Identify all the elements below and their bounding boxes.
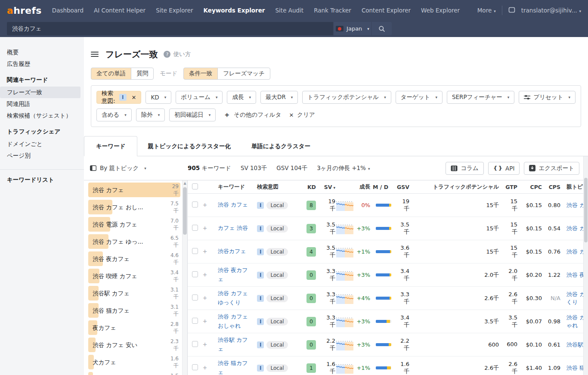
add-keyword-button[interactable]: ＋ bbox=[200, 317, 208, 325]
api-button[interactable]: { } API bbox=[488, 162, 520, 175]
topnav-item[interactable]: Web Explorer bbox=[421, 7, 460, 14]
topic-list-item[interactable]: 渋谷 喫煙 カフェ 3.4千 bbox=[88, 267, 180, 285]
more-filters-button[interactable]: ＋ その他のフィルタ bbox=[223, 111, 281, 120]
col-sv[interactable]: SV▾ bbox=[316, 184, 335, 190]
col-tp[interactable]: トラフィックポテンシャル bbox=[409, 183, 499, 191]
group-by-selector[interactable]: By 親トピック ▾ bbox=[90, 164, 188, 172]
tab[interactable]: 単語によるクラスター bbox=[241, 137, 321, 156]
filter-dropdown[interactable]: 除外▾ bbox=[136, 108, 165, 121]
help-icon[interactable]: ? bbox=[164, 51, 170, 58]
add-keyword-button[interactable]: ＋ bbox=[200, 270, 208, 279]
sidebar-item[interactable]: ドメインごと bbox=[0, 138, 80, 150]
export-button[interactable]: エクスポート bbox=[524, 162, 579, 175]
sidebar-item[interactable]: 検索候補（サジェスト） bbox=[0, 110, 80, 121]
col-gtp[interactable]: GTP bbox=[499, 184, 517, 190]
sidebar-item[interactable]: ページ別 bbox=[0, 150, 80, 161]
filter-dropdown[interactable]: 含める▾ bbox=[96, 108, 132, 121]
row-checkbox[interactable] bbox=[192, 294, 198, 301]
col-growth[interactable]: 成長 bbox=[354, 183, 370, 191]
topic-list-item[interactable]: 渋谷 カフェ おし... 7.5千 bbox=[88, 198, 180, 216]
match-mode-button[interactable]: 条件一致 bbox=[183, 68, 218, 80]
topnav-item[interactable]: Keywords Explorer bbox=[204, 7, 265, 14]
row-checkbox[interactable] bbox=[192, 318, 198, 324]
add-keyword-button[interactable]: ＋ bbox=[200, 363, 208, 372]
growth-period-selector[interactable]: 3ヶ月の伸長 +1%▾ bbox=[317, 164, 370, 172]
columns-button[interactable]: コラム bbox=[446, 162, 483, 175]
col-cps[interactable]: CPS bbox=[542, 184, 560, 190]
sidebar-item[interactable]: 広告履歴 bbox=[0, 58, 80, 70]
select-all-checkbox[interactable] bbox=[192, 183, 198, 189]
close-icon[interactable]: ✕ bbox=[132, 94, 136, 101]
vertical-scrollbar[interactable] bbox=[583, 156, 588, 375]
scrollbar-thumb[interactable] bbox=[584, 178, 588, 242]
add-keyword-button[interactable]: ＋ bbox=[200, 247, 208, 255]
help-link[interactable]: 使い方 bbox=[173, 50, 191, 58]
intent-filter-chip[interactable]: 検索意図: I ✕ bbox=[96, 91, 141, 104]
topnav-item[interactable]: Content Explorer bbox=[362, 7, 411, 14]
filter-dropdown[interactable]: 初回確認日▾ bbox=[169, 108, 216, 121]
workspace-icon[interactable] bbox=[508, 7, 515, 14]
filter-dropdown[interactable]: トラフィックポテンシャル▾ bbox=[302, 91, 391, 104]
topic-list-item[interactable]: 渋谷 猫カフェ 3.1千 bbox=[88, 302, 180, 319]
add-keyword-button[interactable]: ＋ bbox=[200, 294, 208, 302]
scroll-up-arrow[interactable]: ▲ bbox=[183, 181, 187, 185]
keyword-link[interactable]: カフェ 渋谷 bbox=[218, 225, 248, 231]
match-mode-button[interactable]: フレーズマッチ bbox=[217, 68, 270, 80]
col-intent[interactable]: 検索意図 bbox=[252, 183, 300, 191]
topnav-item[interactable]: Rank Tracker bbox=[314, 7, 351, 14]
filter-dropdown[interactable]: SERPフィーチャー▾ bbox=[447, 91, 514, 104]
add-keyword-button[interactable]: ＋ bbox=[200, 201, 208, 209]
topic-list-scrollbar[interactable]: ▲ bbox=[182, 180, 187, 375]
row-checkbox[interactable] bbox=[192, 201, 198, 208]
topnav-item[interactable]: Site Audit bbox=[275, 7, 304, 14]
keyword-link[interactable]: 渋谷 カフェ おしゃれ bbox=[218, 313, 248, 329]
account-menu[interactable]: translator@sijihiv...▾ bbox=[521, 7, 581, 14]
filter-dropdown[interactable]: KD▾ bbox=[145, 91, 171, 104]
col-md[interactable]: M / D bbox=[370, 184, 391, 190]
keyword-link[interactable]: 渋谷 猫カフェ bbox=[218, 360, 248, 375]
topnav-item[interactable]: Site Explorer bbox=[156, 7, 193, 14]
keyword-link[interactable]: 渋谷駅 カフェ bbox=[218, 337, 248, 352]
filter-dropdown[interactable]: ターゲット▾ bbox=[396, 91, 443, 104]
keyword-link[interactable]: 渋谷カフェ bbox=[218, 248, 246, 254]
filter-dropdown[interactable]: ボリューム▾ bbox=[176, 91, 223, 104]
menu-icon[interactable] bbox=[91, 52, 99, 57]
topic-list-item[interactable]: 犬カフェ 1.6千 bbox=[88, 353, 180, 371]
clear-filters-button[interactable]: ✕ クリア bbox=[289, 111, 315, 119]
add-keyword-button[interactable]: ＋ bbox=[200, 340, 208, 348]
search-input[interactable]: 渋谷カフェ bbox=[7, 22, 333, 35]
more-menu[interactable]: More▾ bbox=[477, 7, 496, 14]
word-mode-button[interactable]: 全ての単語 bbox=[91, 68, 131, 80]
topic-list-item[interactable]: 渋谷 カフェ 安い 2.3千 bbox=[88, 336, 180, 353]
search-button[interactable] bbox=[372, 22, 392, 35]
row-checkbox[interactable] bbox=[192, 341, 198, 347]
topic-list-item[interactable]: 渋谷駅 カフェ 3.1千 bbox=[88, 285, 180, 302]
topnav-item[interactable]: AI Content Helper bbox=[94, 7, 145, 14]
filter-dropdown[interactable]: 成長▾ bbox=[227, 91, 256, 104]
topnav-item[interactable]: Dashboard bbox=[52, 7, 84, 14]
row-checkbox[interactable] bbox=[192, 364, 198, 370]
col-kd[interactable]: KD bbox=[300, 184, 316, 190]
col-keyword[interactable]: キーワード bbox=[211, 183, 252, 191]
ahrefs-logo[interactable]: ahrefs bbox=[7, 5, 42, 16]
topic-list-item[interactable]: 渋谷 カフェ ゆっ... 6.5千 bbox=[88, 233, 180, 250]
country-selector[interactable]: Japan ▾ bbox=[334, 22, 371, 35]
topic-list-item[interactable]: 渋谷 電源 カフェ 7.0千 bbox=[88, 216, 180, 233]
topic-list-item[interactable]: 渋谷 オタ活 1.5千 bbox=[88, 371, 180, 375]
row-checkbox[interactable] bbox=[192, 248, 198, 254]
sidebar-item[interactable]: 概要 bbox=[0, 46, 80, 58]
col-gsv[interactable]: GSV bbox=[391, 184, 409, 190]
add-keyword-button[interactable]: ＋ bbox=[200, 224, 208, 232]
topic-list-item[interactable]: 渋谷 カフェ 29千 bbox=[88, 181, 180, 198]
keyword-link[interactable]: 渋谷 カフェ ゆっくり bbox=[218, 290, 248, 305]
col-cpc[interactable]: CPC bbox=[517, 184, 542, 190]
scrollbar-thumb[interactable] bbox=[183, 187, 187, 235]
word-mode-button[interactable]: 質問 bbox=[131, 68, 154, 80]
preset-button[interactable]: プリセット ▾ bbox=[519, 91, 576, 104]
row-checkbox[interactable] bbox=[192, 225, 198, 231]
sidebar-item[interactable]: 関連用語 bbox=[0, 98, 80, 110]
keyword-link[interactable]: 渋谷 夜カフェ bbox=[218, 267, 248, 282]
tab[interactable]: キーワード bbox=[84, 136, 137, 156]
sidebar-item[interactable]: フレーズ一致 bbox=[0, 87, 80, 98]
topic-list-item[interactable]: 渋谷 夜カフェ 4.6千 bbox=[88, 250, 180, 267]
